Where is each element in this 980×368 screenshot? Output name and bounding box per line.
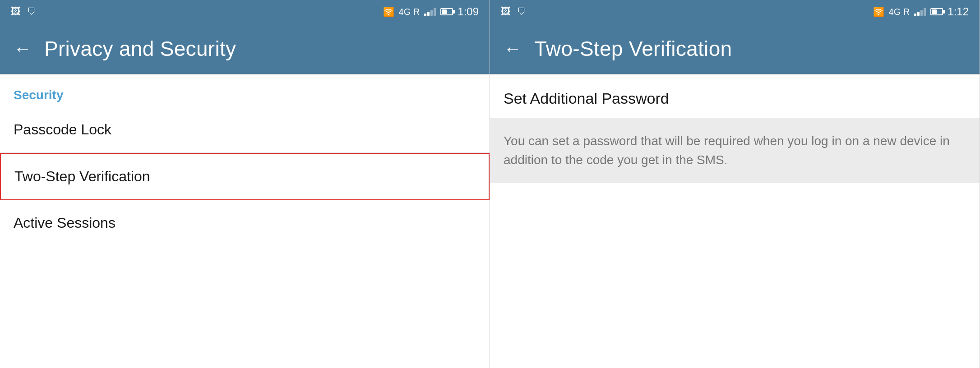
status-time-left: 1:09 (458, 5, 479, 18)
right-screen: 🖼 ⛉ 🛜 4G R 1:12 ← Two-Step Verification … (490, 0, 980, 368)
status-right-right: 🛜 4G R 1:12 (873, 5, 969, 18)
content-left: Security Passcode Lock Two-Step Verifica… (0, 75, 490, 368)
section-header-security: Security (0, 75, 490, 107)
tsv-info-box: You can set a password that will be requ… (490, 118, 980, 183)
status-icons-left: 🖼 ⛉ (11, 6, 36, 18)
wifi-icon: 🛜 (383, 6, 394, 17)
status-time-right: 1:12 (948, 5, 969, 18)
menu-item-two-step-verification[interactable]: Two-Step Verification (0, 153, 490, 200)
status-bar-left: 🖼 ⛉ 🛜 4G R 1:09 (0, 0, 490, 23)
passcode-lock-label: Passcode Lock (14, 121, 111, 138)
app-bar-left: ← Privacy and Security (0, 23, 490, 74)
wifi-icon-right: 🛜 (873, 6, 884, 17)
status-right: 🛜 4G R 1:09 (383, 5, 479, 18)
shield-icon: ⛉ (27, 7, 36, 17)
status-icons-right-left: 🖼 ⛉ (501, 6, 526, 18)
signal-bars-icon (424, 8, 436, 16)
tsv-section-title: Set Additional Password (490, 75, 980, 118)
back-button-left[interactable]: ← (14, 40, 32, 58)
shield-icon-right: ⛉ (517, 7, 526, 17)
image-icon: 🖼 (11, 6, 21, 18)
app-bar-title-right: Two-Step Verification (534, 37, 732, 61)
signal-bars-icon-right (914, 8, 926, 16)
menu-item-active-sessions[interactable]: Active Sessions (0, 200, 490, 246)
tsv-info-text: You can set a password that will be requ… (504, 132, 966, 170)
signal-label-right: 4G R (889, 7, 910, 17)
signal-label: 4G R (399, 7, 420, 17)
active-sessions-label: Active Sessions (14, 215, 116, 231)
menu-item-passcode-lock[interactable]: Passcode Lock (0, 107, 490, 153)
battery-icon-right (930, 8, 943, 15)
app-bar-right: ← Two-Step Verification (490, 23, 980, 74)
status-bar-right: 🖼 ⛉ 🛜 4G R 1:12 (490, 0, 980, 23)
two-step-verification-label: Two-Step Verification (14, 168, 150, 184)
left-screen: 🖼 ⛉ 🛜 4G R 1:09 ← Privacy and Security (0, 0, 490, 368)
content-right: Set Additional Password You can set a pa… (490, 75, 980, 368)
image-icon-right: 🖼 (501, 6, 511, 18)
app-bar-title-left: Privacy and Security (44, 37, 236, 61)
back-button-right[interactable]: ← (504, 40, 522, 58)
battery-icon (440, 8, 453, 15)
